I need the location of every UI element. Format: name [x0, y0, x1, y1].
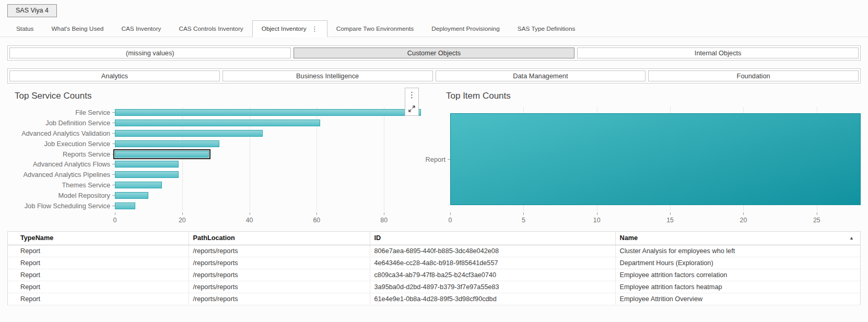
tab-status[interactable]: Status: [7, 20, 42, 37]
y-axis-label: Model Repository: [58, 192, 110, 199]
cell-name: Employee attrition factors heatmap: [615, 281, 860, 293]
tab-sas-type-definitions[interactable]: SAS Type Definitions: [509, 20, 584, 37]
object-inventory-table: TypeNamePathLocationIDName▲ Report/repor…: [7, 231, 861, 305]
bar-advanced-analytics-flows[interactable]: [115, 161, 179, 168]
bar-report[interactable]: [450, 113, 861, 205]
cell-pathlocation: /reports/reports: [189, 293, 370, 305]
cell-pathlocation: /reports/reports: [189, 281, 370, 293]
tab-cas-controls-inventory[interactable]: CAS Controls Inventory: [170, 20, 252, 37]
y-axis-label: Themes Service: [62, 181, 110, 189]
column-header-name[interactable]: Name▲: [615, 232, 860, 245]
bar-file-service[interactable]: [115, 109, 421, 116]
bar-job-flow-scheduling-service[interactable]: [115, 202, 135, 209]
cell-id: 3a95ba0d-d2bd-4897-b379-3f7e97a55e83: [370, 281, 615, 293]
cell-pathlocation: /reports/reports: [189, 245, 370, 257]
chart-top-item-counts: Top Item Counts Report0510152025: [421, 90, 861, 225]
tab-label: CAS Controls Inventory: [179, 25, 243, 32]
service-counts-plot: File ServiceJob Definition ServiceAdvanc…: [7, 108, 421, 225]
filter-button-internal-objects[interactable]: Internal Objects: [577, 47, 859, 58]
column-header-label: ID: [374, 234, 381, 242]
tab-cas-inventory[interactable]: CAS Inventory: [112, 20, 170, 37]
bar-model-repository[interactable]: [115, 192, 148, 199]
bar-job-execution-service[interactable]: [115, 140, 219, 147]
chart-top-service-counts: Top Service Counts ⋮ File ServiceJob Def…: [7, 90, 421, 225]
filter-button-foundation[interactable]: Foundation: [648, 70, 859, 81]
x-axis-tick: [316, 212, 317, 215]
x-axis: 0510152025: [450, 212, 861, 225]
y-axis-label: Advanced Analytics Flows: [33, 160, 110, 168]
table-header-row: TypeNamePathLocationIDName▲: [8, 232, 860, 245]
tab-label: Status: [16, 25, 33, 32]
chart-title: Top Item Counts: [446, 91, 861, 101]
y-axis-label: Advanced Analytics Pipelines: [24, 171, 110, 178]
titlebar: SAS Viya 4: [0, 0, 868, 17]
x-axis-tick-label: 5: [522, 217, 525, 224]
bar-job-definition-service[interactable]: [115, 120, 320, 126]
tab-label: What's Being Used: [51, 25, 103, 32]
column-header-label: TypeName: [20, 234, 53, 242]
tab-what-s-being-used[interactable]: What's Being Used: [42, 20, 112, 37]
x-axis-tick: [817, 212, 817, 215]
table-row[interactable]: Report/reports/reports61e4e9e1-0b8a-4d28…: [8, 293, 860, 305]
chart-menu-icon[interactable]: ⋮: [405, 88, 418, 102]
cell-typename: Report: [8, 245, 189, 257]
tab-compare-two-environments[interactable]: Compare Two Environments: [327, 20, 423, 37]
y-axis-label: Job Flow Scheduling Service: [25, 202, 110, 210]
table-row[interactable]: Report/reports/reports3a95ba0d-d2bd-4897…: [8, 281, 860, 293]
bar-advanced-analytics-validation[interactable]: [115, 130, 263, 137]
bar-advanced-analytics-pipelines[interactable]: [115, 171, 179, 178]
x-axis: 020406080: [115, 212, 421, 225]
cell-name: Employee Attrition Overview: [615, 293, 860, 305]
y-axis: File ServiceJob Definition ServiceAdvanc…: [7, 108, 115, 211]
x-axis-tick: [250, 212, 250, 215]
x-axis-tick-label: 60: [313, 217, 320, 224]
table-row[interactable]: Report/reports/reports806e7aea-6895-440f…: [8, 245, 860, 257]
tab-menu-icon[interactable]: ⋮: [311, 26, 318, 32]
column-header-typename[interactable]: TypeName: [8, 232, 189, 245]
filter-button-business-intelligence[interactable]: Business Intelligence: [222, 70, 433, 81]
main-content: (missing values)Customer ObjectsInternal…: [0, 45, 868, 305]
table-row[interactable]: Report/reports/reports4e64346e-cc28-4a8c…: [8, 257, 860, 269]
y-axis: Report: [421, 108, 450, 211]
cell-id: 61e4e9e1-0b8a-4d28-89f5-3d98cf90cdbd: [370, 293, 615, 305]
x-axis-tick: [523, 212, 524, 215]
charts-area: Top Service Counts ⋮ File ServiceJob Def…: [7, 90, 861, 225]
sas-viya-dashboard: SAS Viya 4 StatusWhat's Being UsedCAS In…: [0, 0, 868, 305]
x-axis-tick-label: 20: [179, 217, 186, 224]
x-axis-tick: [743, 212, 744, 215]
chart-title: Top Service Counts: [15, 91, 421, 101]
column-header-pathlocation[interactable]: PathLocation: [189, 232, 370, 245]
tab-label: CAS Inventory: [121, 25, 161, 32]
filter-button-data-management[interactable]: Data Management: [436, 70, 646, 81]
cell-pathlocation: /reports/reports: [189, 257, 370, 269]
app-title-button[interactable]: SAS Viya 4: [7, 4, 57, 17]
filter-button-analytics[interactable]: Analytics: [9, 70, 220, 81]
cell-id: c809ca34-ab79-47f8-ba25-b24cf3ae0740: [370, 269, 615, 281]
cell-typename: Report: [8, 293, 189, 305]
tab-deployment-provisioning[interactable]: Deployment Provisioning: [423, 20, 509, 37]
column-header-id[interactable]: ID: [370, 232, 615, 245]
tab-label: Object Inventory: [262, 25, 307, 32]
bar-themes-service[interactable]: [115, 182, 162, 188]
tab-label: SAS Type Definitions: [518, 25, 576, 32]
tab-label: Compare Two Environments: [336, 25, 414, 32]
x-axis-tick: [115, 212, 115, 215]
chart-toolbar: ⋮: [405, 88, 419, 116]
x-axis-tick-label: 40: [246, 217, 253, 224]
chart-expand-icon[interactable]: [405, 102, 418, 115]
y-axis-label: Job Definition Service: [45, 119, 110, 127]
cell-id: 4e64346e-cc28-4a8c-b918-9f85641de557: [370, 257, 615, 269]
cell-pathlocation: /reports/reports: [189, 269, 370, 281]
tab-object-inventory[interactable]: Object Inventory⋮: [252, 20, 327, 37]
plot-area: [450, 108, 861, 211]
cell-name: Employee attrition factors correlation: [615, 269, 860, 281]
cell-typename: Report: [8, 257, 189, 269]
sort-ascending-icon[interactable]: ▲: [849, 235, 854, 241]
filter-button-customer-objects[interactable]: Customer Objects: [294, 47, 575, 58]
bar-reports-service[interactable]: [115, 151, 209, 158]
x-axis-tick: [450, 212, 451, 215]
table-row[interactable]: Report/reports/reportsc809ca34-ab79-47f8…: [8, 269, 860, 281]
filter-button-missing-values[interactable]: (missing values): [9, 47, 291, 58]
tab-bar: StatusWhat's Being UsedCAS InventoryCAS …: [0, 20, 868, 37]
y-axis-label: Reports Service: [63, 150, 110, 158]
